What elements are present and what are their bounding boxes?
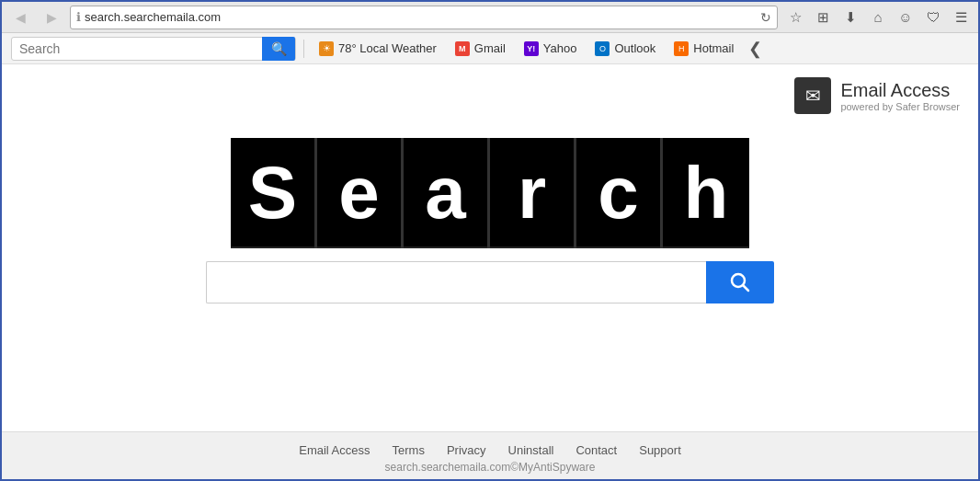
download-button[interactable]: ⬇ [838, 6, 862, 29]
search-icon [730, 272, 750, 292]
home-button[interactable]: ⌂ [866, 6, 890, 29]
shield-button[interactable]: 🛡 [921, 6, 945, 29]
footer-link-email-access[interactable]: Email Access [299, 443, 370, 457]
email-brand-icon: ✉ [794, 77, 831, 114]
footer-links: Email Access Terms Privacy Uninstall Con… [299, 443, 681, 457]
info-icon: ℹ [76, 10, 81, 24]
profile-button[interactable]: ☺ [894, 6, 917, 29]
bookmark-item-outlook[interactable]: O Outlook [587, 39, 663, 59]
bookmark-label-outlook: Outlook [614, 41, 655, 55]
bookmark-item-hotmail[interactable]: H Hotmail [667, 39, 741, 59]
search-logo: S e a r c h [231, 138, 749, 248]
browser-frame: ◀ ▶ ℹ ↻ ☆ ⊞ ⬇ ⌂ ☺ 🛡 ☰ 🔍 ☀ 78° Local Weat… [0, 0, 980, 481]
bookmark-search-button[interactable]: 🔍 [262, 37, 295, 61]
main-content: ✉ Email Access powered by Safer Browser … [2, 64, 978, 479]
weather-icon: ☀ [319, 41, 334, 56]
letter-tile-a: a [404, 138, 490, 248]
bookmark-manager-button[interactable]: ⊞ [811, 6, 835, 29]
footer-link-privacy[interactable]: Privacy [447, 443, 486, 457]
back-button[interactable]: ◀ [7, 5, 33, 30]
search-bookmark-wrapper: 🔍 [11, 37, 296, 61]
footer-link-terms[interactable]: Terms [393, 443, 425, 457]
bookmark-label-weather: 78° Local Weather [338, 41, 437, 55]
bookmark-label-gmail: Gmail [474, 41, 506, 55]
letter-tile-e: e [317, 138, 404, 248]
reload-button[interactable]: ↻ [760, 10, 771, 25]
bookmarks-bar: 🔍 ☀ 78° Local Weather M Gmail Y! Yahoo O… [2, 33, 978, 64]
nav-icons: ☆ ⊞ ⬇ ⌂ ☺ 🛡 ☰ [783, 6, 973, 29]
bookmark-label-yahoo: Yahoo [543, 41, 577, 55]
bookmark-star-button[interactable]: ☆ [783, 6, 807, 29]
forward-button[interactable]: ▶ [39, 5, 64, 30]
main-search-input[interactable] [206, 261, 706, 303]
footer-link-support[interactable]: Support [639, 443, 681, 457]
footer-link-contact[interactable]: Contact [575, 443, 617, 457]
footer-link-uninstall[interactable]: Uninstall [508, 443, 554, 457]
letter-tile-c: c [576, 138, 663, 248]
yahoo-icon: Y! [524, 41, 539, 56]
search-box-container [206, 261, 774, 303]
brand-sub: powered by Safer Browser [840, 101, 960, 112]
email-access-brand: ✉ Email Access powered by Safer Browser [794, 77, 960, 114]
hotmail-icon: H [674, 41, 689, 56]
menu-button[interactable]: ☰ [949, 6, 973, 29]
bookmark-label-hotmail: Hotmail [693, 41, 734, 55]
bookmark-item-gmail[interactable]: M Gmail [448, 39, 513, 59]
letter-tile-h: h [663, 138, 749, 248]
brand-text: Email Access powered by Safer Browser [840, 80, 960, 112]
gmail-icon: M [455, 41, 470, 56]
letter-tile-s: S [231, 138, 317, 248]
bookmark-divider [303, 40, 304, 58]
nav-bar: ◀ ▶ ℹ ↻ ☆ ⊞ ⬇ ⌂ ☺ 🛡 ☰ [2, 2, 978, 33]
main-search-button[interactable] [706, 261, 774, 303]
outlook-icon: O [595, 41, 610, 56]
bookmark-item-yahoo[interactable]: Y! Yahoo [517, 39, 585, 59]
brand-name: Email Access [840, 80, 960, 101]
bookmark-search-input[interactable] [19, 41, 255, 56]
more-bookmarks-button[interactable]: ❮ [745, 37, 766, 61]
letter-tile-r: r [490, 138, 576, 248]
address-bar[interactable] [85, 10, 757, 24]
svg-line-1 [744, 286, 749, 292]
footer: Email Access Terms Privacy Uninstall Con… [2, 431, 978, 479]
bookmark-item-weather[interactable]: ☀ 78° Local Weather [312, 39, 444, 59]
footer-url: search.searchemaila.com©MyAntiSpyware [385, 461, 596, 474]
address-bar-wrapper: ℹ ↻ [70, 6, 778, 29]
